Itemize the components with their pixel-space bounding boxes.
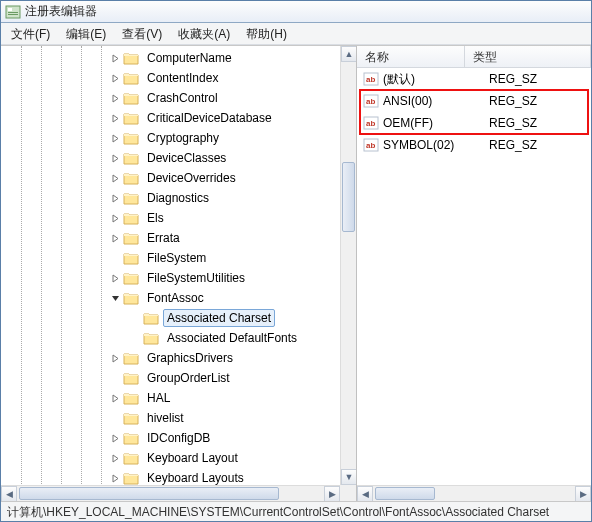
menu-help[interactable]: 帮助(H) (238, 23, 295, 44)
expand-icon[interactable] (109, 232, 121, 244)
scroll-left-button[interactable]: ◀ (357, 486, 373, 501)
folder-icon (123, 111, 139, 125)
tree-item-label: Keyboard Layouts (143, 469, 248, 485)
expand-icon[interactable] (109, 172, 121, 184)
window-title: 注册表编辑器 (25, 3, 97, 20)
tree-item-label: ComputerName (143, 49, 236, 67)
tree-item[interactable]: Associated DefaultFonts (1, 328, 340, 348)
svg-text:ab: ab (366, 97, 375, 106)
folder-icon (123, 291, 139, 305)
tree-item-label: FileSystemUtilities (143, 269, 249, 287)
folder-icon (143, 311, 159, 325)
tree-item[interactable]: CriticalDeviceDatabase (1, 108, 340, 128)
tree-item[interactable]: GraphicsDrivers (1, 348, 340, 368)
value-type: REG_SZ (485, 72, 591, 86)
folder-icon (123, 171, 139, 185)
tree-item[interactable]: HAL (1, 388, 340, 408)
tree-item[interactable]: GroupOrderList (1, 368, 340, 388)
folder-icon (123, 151, 139, 165)
expand-icon[interactable] (109, 392, 121, 404)
tree-item[interactable]: IDConfigDB (1, 428, 340, 448)
tree-item[interactable]: CrashControl (1, 88, 340, 108)
expander-none (109, 412, 121, 424)
folder-icon (123, 251, 139, 265)
svg-rect-3 (8, 14, 18, 15)
tree-item-label: DeviceClasses (143, 149, 230, 167)
list-scrollbar-horizontal[interactable]: ◀ ▶ (357, 485, 591, 501)
tree-item-selected[interactable]: Associated Charset (1, 308, 340, 328)
tree-item[interactable]: Errata (1, 228, 340, 248)
list-row[interactable]: abANSI(00)REG_SZ (357, 90, 591, 112)
expander-none (109, 372, 121, 384)
menubar: 文件(F) 编辑(E) 查看(V) 收藏夹(A) 帮助(H) (1, 23, 591, 45)
list-row[interactable]: abOEM(FF)REG_SZ (357, 112, 591, 134)
tree-item[interactable]: FontAssoc (1, 288, 340, 308)
tree-item-label: DeviceOverrides (143, 169, 240, 187)
expand-icon[interactable] (109, 132, 121, 144)
titlebar: 注册表编辑器 (1, 1, 591, 23)
list-row[interactable]: abSYMBOL(02)REG_SZ (357, 134, 591, 156)
menu-view[interactable]: 查看(V) (114, 23, 170, 44)
tree-item[interactable]: ContentIndex (1, 68, 340, 88)
expand-icon[interactable] (109, 92, 121, 104)
tree-item-label: Els (143, 209, 168, 227)
tree-item-label: Diagnostics (143, 189, 213, 207)
expand-icon[interactable] (109, 52, 121, 64)
expand-icon[interactable] (109, 212, 121, 224)
scroll-right-button[interactable]: ▶ (575, 486, 591, 501)
collapse-icon[interactable] (109, 292, 121, 304)
scroll-right-button[interactable]: ▶ (324, 486, 340, 501)
tree-item[interactable]: Keyboard Layout (1, 448, 340, 468)
list-body[interactable]: ab(默认)REG_SZabANSI(00)REG_SZabOEM(FF)REG… (357, 68, 591, 156)
tree-item[interactable]: hivelist (1, 408, 340, 428)
folder-icon (123, 451, 139, 465)
col-header-type[interactable]: 类型 (465, 46, 591, 67)
scroll-down-button[interactable]: ▼ (341, 469, 357, 485)
tree-item[interactable]: Cryptography (1, 128, 340, 148)
tree-scrollbar-horizontal[interactable]: ◀ ▶ (1, 485, 340, 501)
tree-item-label: Keyboard Layout (143, 449, 242, 467)
expand-icon[interactable] (109, 112, 121, 124)
expand-icon[interactable] (109, 432, 121, 444)
tree-item[interactable]: ComputerName (1, 48, 340, 68)
col-header-name[interactable]: 名称 (357, 46, 465, 67)
folder-icon (123, 471, 139, 485)
tree-item[interactable]: FileSystemUtilities (1, 268, 340, 288)
tree-item[interactable]: Diagnostics (1, 188, 340, 208)
folder-icon (123, 51, 139, 65)
expand-icon[interactable] (109, 452, 121, 464)
value-type: REG_SZ (485, 116, 591, 130)
tree-item-label: GroupOrderList (143, 369, 234, 387)
expand-icon[interactable] (109, 352, 121, 364)
scroll-up-button[interactable]: ▲ (341, 46, 357, 62)
tree-item[interactable]: DeviceClasses (1, 148, 340, 168)
tree-scroll-area[interactable]: ComputerNameContentIndexCrashControlCrit… (1, 46, 340, 485)
tree-item-label: Associated DefaultFonts (163, 329, 301, 347)
svg-rect-2 (8, 12, 18, 13)
menu-file[interactable]: 文件(F) (3, 23, 58, 44)
folder-icon (123, 71, 139, 85)
tree-item[interactable]: Els (1, 208, 340, 228)
tree-pane: ComputerNameContentIndexCrashControlCrit… (1, 46, 357, 501)
expand-icon[interactable] (109, 472, 121, 484)
menu-favorites[interactable]: 收藏夹(A) (170, 23, 238, 44)
folder-icon (123, 211, 139, 225)
tree-item[interactable]: DeviceOverrides (1, 168, 340, 188)
tree-item[interactable]: FileSystem (1, 248, 340, 268)
expand-icon[interactable] (109, 272, 121, 284)
expand-icon[interactable] (109, 152, 121, 164)
tree-item-label: Associated Charset (163, 309, 275, 327)
svg-text:ab: ab (366, 75, 375, 84)
tree-item-label: Cryptography (143, 129, 223, 147)
scroll-left-button[interactable]: ◀ (1, 486, 17, 501)
list-row[interactable]: ab(默认)REG_SZ (357, 68, 591, 90)
expand-icon[interactable] (109, 192, 121, 204)
tree-scrollbar-vertical[interactable]: ▲ ▼ (340, 46, 356, 485)
tree-item-label: GraphicsDrivers (143, 349, 237, 367)
tree-item[interactable]: Keyboard Layouts (1, 468, 340, 485)
expand-icon[interactable] (109, 72, 121, 84)
value-name: (默认) (383, 71, 485, 88)
tree-item-label: HAL (143, 389, 174, 407)
tree-item-label: FileSystem (143, 249, 210, 267)
menu-edit[interactable]: 编辑(E) (58, 23, 114, 44)
